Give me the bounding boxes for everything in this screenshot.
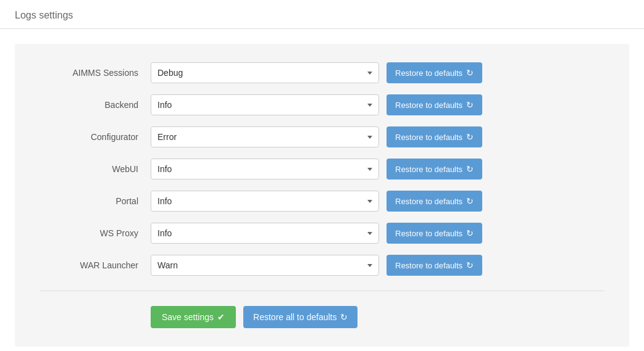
divider bbox=[40, 291, 604, 291]
label-webui: WebUI bbox=[40, 164, 151, 174]
restore-button-backend[interactable]: Restore to defaults↻ bbox=[387, 94, 482, 115]
label-backend: Backend bbox=[40, 100, 151, 110]
label-war-launcher: WAR Launcher bbox=[40, 260, 151, 270]
row-aimms-sessions: AIMMS SessionsDebugInfoWarnErrorRestore … bbox=[40, 62, 595, 83]
actions-row: Save settings ✔ Restore all to defaults … bbox=[40, 306, 604, 328]
check-icon: ✔ bbox=[217, 312, 225, 322]
refresh-icon: ↻ bbox=[466, 228, 474, 238]
refresh-icon: ↻ bbox=[466, 260, 474, 270]
settings-card: AIMMS SessionsDebugInfoWarnErrorRestore … bbox=[15, 44, 629, 347]
restore-button-war-launcher[interactable]: Restore to defaults↻ bbox=[387, 255, 482, 276]
refresh-icon: ↻ bbox=[466, 68, 474, 78]
select-portal[interactable]: DebugInfoWarnError bbox=[151, 191, 379, 212]
restore-label-webui: Restore to defaults bbox=[395, 165, 462, 174]
refresh-icon: ↻ bbox=[466, 164, 474, 174]
refresh-all-icon: ↻ bbox=[340, 312, 348, 322]
row-war-launcher: WAR LauncherDebugInfoWarnErrorRestore to… bbox=[40, 255, 595, 276]
restore-button-configurator[interactable]: Restore to defaults↻ bbox=[387, 126, 482, 147]
save-label: Save settings bbox=[162, 312, 214, 322]
page-title: Logs settings bbox=[0, 0, 644, 29]
restore-all-button[interactable]: Restore all to defaults ↻ bbox=[243, 306, 358, 328]
refresh-icon: ↻ bbox=[466, 100, 474, 110]
row-webui: WebUIDebugInfoWarnErrorRestore to defaul… bbox=[40, 159, 595, 180]
restore-button-aimms-sessions[interactable]: Restore to defaults↻ bbox=[387, 62, 482, 83]
settings-form: AIMMS SessionsDebugInfoWarnErrorRestore … bbox=[40, 62, 595, 276]
refresh-icon: ↻ bbox=[466, 196, 474, 206]
content-area: AIMMS SessionsDebugInfoWarnErrorRestore … bbox=[0, 29, 644, 351]
label-configurator: Configurator bbox=[40, 132, 151, 142]
restore-label-war-launcher: Restore to defaults bbox=[395, 261, 462, 270]
restore-button-ws-proxy[interactable]: Restore to defaults↻ bbox=[387, 223, 482, 244]
select-webui[interactable]: DebugInfoWarnError bbox=[151, 159, 379, 180]
restore-button-webui[interactable]: Restore to defaults↻ bbox=[387, 159, 482, 180]
select-war-launcher[interactable]: DebugInfoWarnError bbox=[151, 255, 379, 276]
restore-button-portal[interactable]: Restore to defaults↻ bbox=[387, 191, 482, 212]
select-aimms-sessions[interactable]: DebugInfoWarnError bbox=[151, 62, 379, 83]
row-configurator: ConfiguratorDebugInfoWarnErrorRestore to… bbox=[40, 126, 595, 147]
save-button[interactable]: Save settings ✔ bbox=[151, 306, 236, 328]
row-backend: BackendDebugInfoWarnErrorRestore to defa… bbox=[40, 94, 595, 115]
row-ws-proxy: WS ProxyDebugInfoWarnErrorRestore to def… bbox=[40, 223, 595, 244]
restore-label-backend: Restore to defaults bbox=[395, 101, 462, 110]
refresh-icon: ↻ bbox=[466, 132, 474, 142]
select-ws-proxy[interactable]: DebugInfoWarnError bbox=[151, 223, 379, 244]
restore-label-ws-proxy: Restore to defaults bbox=[395, 229, 462, 238]
label-ws-proxy: WS Proxy bbox=[40, 228, 151, 238]
select-backend[interactable]: DebugInfoWarnError bbox=[151, 94, 379, 115]
row-portal: PortalDebugInfoWarnErrorRestore to defau… bbox=[40, 191, 595, 212]
restore-label-portal: Restore to defaults bbox=[395, 197, 462, 206]
label-aimms-sessions: AIMMS Sessions bbox=[40, 68, 151, 78]
restore-label-configurator: Restore to defaults bbox=[395, 133, 462, 142]
restore-all-label: Restore all to defaults bbox=[253, 312, 337, 322]
select-configurator[interactable]: DebugInfoWarnError bbox=[151, 126, 379, 147]
restore-label-aimms-sessions: Restore to defaults bbox=[395, 68, 462, 78]
label-portal: Portal bbox=[40, 196, 151, 206]
